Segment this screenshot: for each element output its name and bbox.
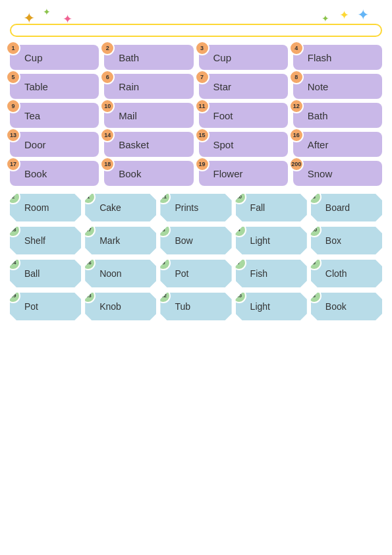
- number-badge-green: 2: [6, 190, 20, 204]
- blue-box: 10Box: [311, 227, 382, 254]
- blue-box: 6Bow: [160, 227, 231, 254]
- word-label: Light: [250, 235, 270, 246]
- purple-box: 7Star: [199, 74, 288, 99]
- number-badge: 3: [195, 41, 210, 55]
- blue-box: 18Shelf: [10, 227, 81, 254]
- number-badge-green: 7: [232, 256, 246, 270]
- number-badge-green: 9: [156, 256, 171, 270]
- number-badge: 1: [6, 41, 20, 55]
- word-label: Knob: [99, 301, 121, 312]
- star-icon-5: ✦: [357, 7, 369, 24]
- word-label: Box: [325, 235, 341, 246]
- blue-box: 8Book: [311, 293, 382, 320]
- blue-box: 2Room: [10, 194, 81, 221]
- word-label: Bath: [119, 52, 139, 63]
- word-label: Door: [24, 139, 46, 150]
- purple-box: 18Book: [104, 161, 193, 186]
- word-label: Prints: [175, 202, 198, 213]
- word-label: Mark: [99, 235, 120, 246]
- word-label: Tub: [175, 301, 190, 312]
- word-label: Shelf: [24, 235, 45, 246]
- purple-box: 9Tea: [10, 103, 99, 128]
- number-badge-green: 13: [81, 289, 96, 303]
- number-badge-green: 19: [6, 289, 20, 303]
- number-badge: 15: [195, 128, 210, 142]
- number-badge: 16: [289, 128, 304, 142]
- number-badge: 8: [289, 70, 304, 84]
- purple-box: 2Bath: [104, 45, 193, 70]
- page: ✦ ✦ ✦ ✦ ✦ ✦ 1Cup2Bath3Cup4Flash5Table6Ra…: [0, 0, 392, 555]
- star-icon-3: ✦: [63, 12, 72, 26]
- number-badge-green: 16: [81, 256, 96, 270]
- blue-box: 5Cloth: [311, 260, 382, 287]
- blue-box: 14Ball: [10, 260, 81, 287]
- number-badge-green: 10: [307, 223, 322, 237]
- number-badge: 17: [6, 157, 20, 171]
- word-label: Pot: [175, 268, 188, 279]
- blue-box: 19Pot: [10, 293, 81, 320]
- word-label: Room: [24, 202, 49, 213]
- word-label: Cup: [24, 52, 43, 63]
- word-label: Cloth: [325, 268, 347, 279]
- blue-box: 3Board: [311, 194, 382, 221]
- number-badge: 5: [6, 70, 20, 84]
- word-label: Light: [250, 301, 270, 312]
- title-area: ✦ ✦ ✦ ✦ ✦ ✦: [10, 7, 382, 18]
- number-badge-green: 12: [156, 289, 171, 303]
- blue-box: 1Cake: [85, 194, 156, 221]
- star-icon-2: ✦: [43, 7, 51, 17]
- purple-box: 10Mail: [104, 103, 193, 128]
- word-label: Mail: [119, 110, 137, 121]
- purple-box: 13Door: [10, 132, 99, 157]
- word-label: Flash: [308, 52, 332, 63]
- number-badge-green: 14: [6, 256, 20, 270]
- blue-box: 4Light: [236, 227, 307, 254]
- purple-section: 1Cup2Bath3Cup4Flash5Table6Rain7Star8Note…: [10, 45, 382, 186]
- number-badge-green: 17: [81, 223, 96, 237]
- word-label: Tea: [24, 110, 40, 121]
- number-badge: 14: [100, 128, 115, 142]
- word-label: Ball: [24, 268, 40, 279]
- word-label: Bow: [175, 235, 192, 246]
- number-badge: 18: [100, 157, 115, 171]
- number-badge-green: 4: [232, 223, 246, 237]
- number-badge-green: 15: [232, 289, 246, 303]
- word-label: Basket: [119, 139, 149, 150]
- word-label: Book: [119, 168, 141, 179]
- word-label: Foot: [213, 110, 233, 121]
- blue-box: 16Noon: [85, 260, 156, 287]
- number-badge: 11: [195, 99, 210, 113]
- word-label: Star: [213, 81, 232, 92]
- purple-box: 16After: [293, 132, 382, 157]
- purple-box: 11Foot: [199, 103, 288, 128]
- purple-box: 4Flash: [293, 45, 382, 70]
- word-label: Cup: [213, 52, 232, 63]
- number-badge: 12: [289, 99, 304, 113]
- number-badge-green: 1: [81, 190, 96, 204]
- blue-box: 11Prints: [160, 194, 231, 221]
- purple-box: 15Spot: [199, 132, 288, 157]
- word-label: Bath: [308, 110, 328, 121]
- purple-box: 5Table: [10, 74, 99, 99]
- number-badge: 9: [6, 99, 20, 113]
- number-badge-green: 8: [307, 289, 322, 303]
- number-badge-green: 6: [156, 223, 171, 237]
- word-label: Pot: [24, 301, 38, 312]
- word-label: Board: [325, 202, 350, 213]
- purple-box: 6Rain: [104, 74, 193, 99]
- word-label: Fall: [250, 202, 266, 213]
- number-badge: 10: [100, 99, 115, 113]
- word-label: Rain: [119, 81, 139, 92]
- number-badge-green: 5: [307, 256, 322, 270]
- number-badge: 2: [100, 41, 115, 55]
- purple-box: 12Bath: [293, 103, 382, 128]
- purple-box: 19Flower: [199, 161, 288, 186]
- word-label: Book: [24, 168, 47, 179]
- word-label: Table: [24, 81, 48, 92]
- blue-box: 12Tub: [160, 293, 231, 320]
- purple-box: 17Book: [10, 161, 99, 186]
- purple-box: 14Basket: [104, 132, 193, 157]
- number-badge-green: 3: [307, 190, 322, 204]
- word-label: Noon: [99, 268, 121, 279]
- number-badge: 7: [195, 70, 210, 84]
